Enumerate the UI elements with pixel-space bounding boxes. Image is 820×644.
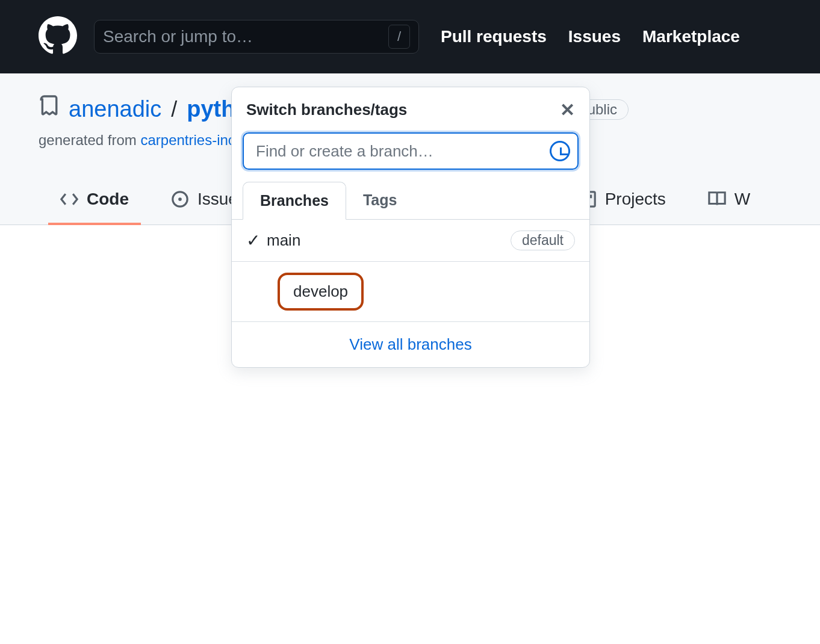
tab-wiki[interactable]: W xyxy=(703,181,755,224)
tab-code[interactable]: Code xyxy=(55,181,134,224)
default-badge: default xyxy=(511,231,575,250)
repo-icon xyxy=(39,95,59,123)
svg-point-1 xyxy=(178,197,182,201)
repo-owner-link[interactable]: anenadic xyxy=(69,96,161,122)
code-icon xyxy=(60,190,78,208)
branch-switcher-popover: Switch branches/tags ✕ Branches Tags ✓ m… xyxy=(231,87,590,302)
popover-tab-branches[interactable]: Branches xyxy=(243,182,346,220)
annotation-highlight: develop xyxy=(278,273,364,302)
global-search-input[interactable]: Search or jump to… / xyxy=(94,20,419,54)
check-icon: ✓ xyxy=(246,231,267,250)
branch-search-input[interactable] xyxy=(243,132,579,170)
nav-issues[interactable]: Issues xyxy=(568,27,621,46)
history-icon[interactable] xyxy=(550,141,570,161)
popover-tab-tags[interactable]: Tags xyxy=(346,182,414,219)
issue-icon xyxy=(171,190,189,208)
branch-item-main[interactable]: ✓ main default xyxy=(232,220,589,262)
search-placeholder: Search or jump to… xyxy=(103,27,388,46)
github-logo-icon[interactable] xyxy=(39,16,77,57)
slash-key-hint: / xyxy=(388,25,410,49)
repo-separator: / xyxy=(171,97,177,122)
book-icon xyxy=(708,190,726,208)
popover-title: Switch branches/tags xyxy=(246,101,407,119)
nav-pull-requests[interactable]: Pull requests xyxy=(441,27,547,46)
nav-marketplace[interactable]: Marketplace xyxy=(642,27,740,46)
branch-item-develop[interactable]: develop xyxy=(232,262,589,302)
close-icon[interactable]: ✕ xyxy=(560,99,575,120)
